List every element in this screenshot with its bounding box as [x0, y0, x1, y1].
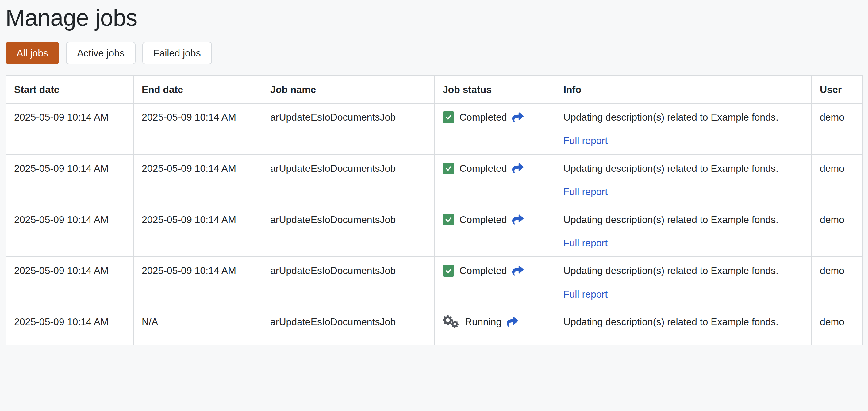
column-header-job-status: Job status — [434, 76, 555, 103]
status-label: Completed — [460, 213, 507, 227]
cell-job-status: Completed — [434, 206, 555, 257]
cell-info: Updating description(s) related to Examp… — [555, 206, 812, 257]
table-row: 2025-05-09 10:14 AM 2025-05-09 10:14 AM … — [6, 257, 863, 308]
cell-info: Updating description(s) related to Examp… — [555, 103, 812, 155]
cell-start-date: 2025-05-09 10:14 AM — [6, 257, 133, 308]
cell-job-status: Running — [434, 308, 555, 345]
cell-job-name: arUpdateEsIoDocumentsJob — [262, 308, 434, 345]
jobs-table: Start date End date Job name Job status … — [5, 75, 863, 345]
table-row: 2025-05-09 10:14 AM 2025-05-09 10:14 AM … — [6, 103, 863, 155]
share-arrow-icon[interactable] — [512, 112, 524, 123]
status-label: Completed — [460, 161, 507, 176]
gears-icon — [442, 315, 460, 329]
column-header-job-name: Job name — [262, 76, 434, 103]
column-header-end-date: End date — [133, 76, 262, 103]
info-text: Updating description(s) related to Examp… — [563, 213, 787, 227]
cell-job-status: Completed — [434, 155, 555, 206]
table-row: 2025-05-09 10:14 AM N/A arUpdateEsIoDocu… — [6, 308, 863, 345]
cell-start-date: 2025-05-09 10:14 AM — [6, 308, 133, 345]
cell-info: Updating description(s) related to Examp… — [555, 308, 812, 345]
cell-end-date: 2025-05-09 10:14 AM — [133, 257, 262, 308]
job-status: Completed — [442, 110, 547, 124]
cell-user: demo — [812, 155, 863, 206]
cell-job-name: arUpdateEsIoDocumentsJob — [262, 155, 434, 206]
status-label: Completed — [460, 263, 507, 278]
manage-jobs-page: Manage jobs All jobs Active jobs Failed … — [0, 0, 868, 345]
cell-end-date: 2025-05-09 10:14 AM — [133, 206, 262, 257]
check-square-icon — [442, 163, 454, 174]
cell-user: demo — [812, 103, 863, 155]
cell-info: Updating description(s) related to Examp… — [555, 257, 812, 308]
table-row: 2025-05-09 10:14 AM 2025-05-09 10:14 AM … — [6, 206, 863, 257]
full-report-link[interactable]: Full report — [563, 289, 608, 300]
cell-user: demo — [812, 308, 863, 345]
status-label: Completed — [460, 110, 507, 124]
cell-job-name: arUpdateEsIoDocumentsJob — [262, 103, 434, 155]
job-filters-group: All jobs Active jobs Failed jobs — [5, 42, 863, 64]
info-text: Updating description(s) related to Examp… — [563, 110, 787, 124]
job-status: Completed — [442, 213, 547, 227]
cell-user: demo — [812, 206, 863, 257]
cell-start-date: 2025-05-09 10:14 AM — [6, 103, 133, 155]
full-report-link[interactable]: Full report — [563, 186, 608, 197]
info-text: Updating description(s) related to Examp… — [563, 161, 787, 176]
full-report-link[interactable]: Full report — [563, 135, 608, 146]
cell-job-name: arUpdateEsIoDocumentsJob — [262, 206, 434, 257]
cell-job-status: Completed — [434, 257, 555, 308]
column-header-user: User — [812, 76, 863, 103]
cell-start-date: 2025-05-09 10:14 AM — [6, 155, 133, 206]
share-arrow-icon[interactable] — [512, 163, 524, 174]
share-arrow-icon[interactable] — [512, 214, 524, 225]
share-arrow-icon[interactable] — [507, 316, 518, 327]
info-text: Updating description(s) related to Examp… — [563, 263, 787, 278]
job-status: Running — [442, 315, 547, 329]
check-square-icon — [442, 214, 454, 225]
full-report-link[interactable]: Full report — [563, 238, 608, 248]
page-title: Manage jobs — [5, 5, 863, 31]
share-arrow-icon[interactable] — [512, 265, 524, 276]
status-label: Running — [465, 315, 501, 329]
filter-button-failed-jobs[interactable]: Failed jobs — [142, 42, 212, 64]
check-square-icon — [442, 265, 454, 277]
table-header-row: Start date End date Job name Job status … — [6, 76, 863, 103]
cell-start-date: 2025-05-09 10:14 AM — [6, 206, 133, 257]
check-square-icon — [442, 111, 454, 123]
job-status: Completed — [442, 263, 547, 278]
filter-button-all-jobs[interactable]: All jobs — [5, 42, 59, 64]
table-row: 2025-05-09 10:14 AM 2025-05-09 10:14 AM … — [6, 155, 863, 206]
job-status: Completed — [442, 161, 547, 176]
cell-job-status: Completed — [434, 103, 555, 155]
jobs-table-body: 2025-05-09 10:14 AM 2025-05-09 10:14 AM … — [6, 103, 863, 345]
column-header-info: Info — [555, 76, 812, 103]
cell-user: demo — [812, 257, 863, 308]
cell-info: Updating description(s) related to Examp… — [555, 155, 812, 206]
column-header-start-date: Start date — [6, 76, 133, 103]
info-text: Updating description(s) related to Examp… — [563, 315, 787, 329]
cell-job-name: arUpdateEsIoDocumentsJob — [262, 257, 434, 308]
filter-button-active-jobs[interactable]: Active jobs — [66, 42, 135, 64]
cell-end-date: N/A — [133, 308, 262, 345]
cell-end-date: 2025-05-09 10:14 AM — [133, 155, 262, 206]
cell-end-date: 2025-05-09 10:14 AM — [133, 103, 262, 155]
